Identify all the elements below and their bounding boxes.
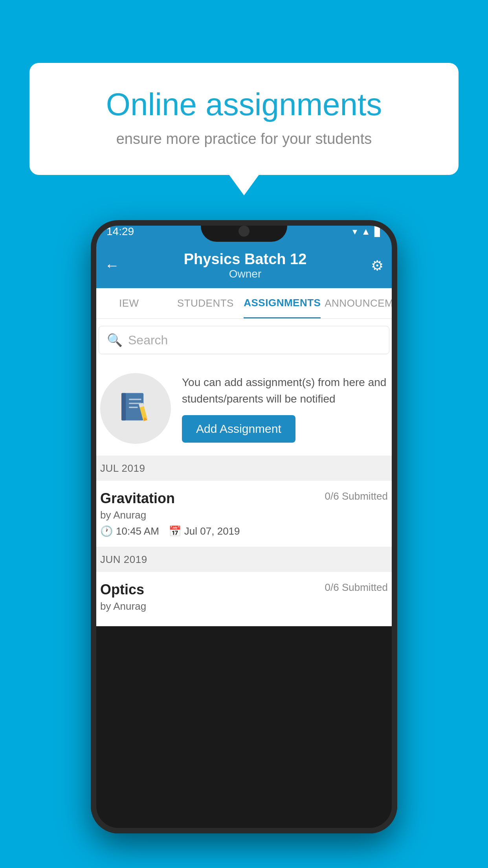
assignment-submitted: 0/6 Submitted	[325, 490, 388, 502]
clock-icon: 🕐	[100, 525, 113, 537]
add-assignment-button[interactable]: Add Assignment	[182, 415, 295, 443]
signal-icon: ▲	[361, 226, 371, 237]
tab-announcements[interactable]: ANNOUNCEM	[321, 288, 397, 318]
section-header-jul: JUL 2019	[91, 456, 397, 481]
assignment-submitted-optics: 0/6 Submitted	[325, 581, 388, 594]
app-bar-title: Physics Batch 12	[184, 251, 307, 268]
settings-button[interactable]: ⚙	[371, 257, 383, 274]
svg-rect-2	[129, 399, 141, 400]
search-icon: 🔍	[107, 333, 123, 348]
app-bar-title-block: Physics Batch 12 Owner	[184, 251, 307, 280]
tab-iew[interactable]: IEW	[91, 288, 167, 318]
search-bar-container: 🔍 Search	[91, 319, 397, 361]
notebook-icon	[118, 391, 153, 426]
info-text-block: You can add assignment(s) from here and …	[182, 374, 388, 443]
phone-notch	[201, 220, 287, 242]
assignment-by: by Anurag	[100, 509, 388, 521]
wifi-icon: ▾	[352, 226, 357, 237]
phone-body: 14:29 ▾ ▲ ▊ ← Physics Batch 12 Owner ⚙ I…	[91, 220, 397, 833]
assignment-date: 📅 Jul 07, 2019	[169, 525, 240, 537]
info-section: You can add assignment(s) from here and …	[91, 361, 397, 456]
screen-content: 🔍 Search	[91, 319, 397, 626]
assignment-date-value: Jul 07, 2019	[184, 525, 240, 537]
phone-mockup: 14:29 ▾ ▲ ▊ ← Physics Batch 12 Owner ⚙ I…	[91, 220, 397, 833]
assignment-item-optics[interactable]: Optics 0/6 Submitted by Anurag	[91, 572, 397, 626]
notebook-icon-circle	[100, 373, 171, 444]
status-time: 14:29	[106, 225, 134, 238]
assignment-time-value: 10:45 AM	[116, 525, 159, 537]
search-placeholder: Search	[128, 333, 168, 348]
assignment-top-optics: Optics 0/6 Submitted	[100, 581, 388, 598]
battery-icon: ▊	[374, 226, 382, 237]
app-bar: ← Physics Batch 12 Owner ⚙	[91, 243, 397, 288]
assignment-top: Gravitation 0/6 Submitted	[100, 490, 388, 507]
assignment-name-optics: Optics	[100, 581, 144, 598]
speech-bubble-title: Online assignments	[61, 86, 427, 123]
status-icons: ▾ ▲ ▊	[352, 226, 382, 237]
speech-bubble-subtitle: ensure more practice for your students	[61, 131, 427, 147]
calendar-icon: 📅	[169, 525, 181, 537]
tab-students[interactable]: STUDENTS	[167, 288, 244, 318]
assignment-name: Gravitation	[100, 490, 175, 507]
app-bar-subtitle: Owner	[184, 268, 307, 280]
speech-bubble-container: Online assignments ensure more practice …	[29, 63, 459, 175]
tab-bar: IEW STUDENTS ASSIGNMENTS ANNOUNCEM	[91, 288, 397, 319]
assignment-by-optics: by Anurag	[100, 600, 388, 612]
assignment-item-gravitation[interactable]: Gravitation 0/6 Submitted by Anurag 🕐 10…	[91, 481, 397, 547]
speech-bubble: Online assignments ensure more practice …	[29, 63, 459, 175]
assignment-time: 🕐 10:45 AM	[100, 525, 159, 537]
section-header-jun: JUN 2019	[91, 547, 397, 572]
phone-camera	[238, 226, 250, 237]
search-bar[interactable]: 🔍 Search	[99, 326, 389, 354]
assignment-meta: 🕐 10:45 AM 📅 Jul 07, 2019	[100, 525, 388, 537]
info-description: You can add assignment(s) from here and …	[182, 374, 388, 407]
svg-rect-4	[129, 407, 138, 408]
back-button[interactable]: ←	[105, 257, 119, 274]
tab-assignments[interactable]: ASSIGNMENTS	[244, 288, 321, 318]
svg-rect-1	[121, 393, 126, 421]
